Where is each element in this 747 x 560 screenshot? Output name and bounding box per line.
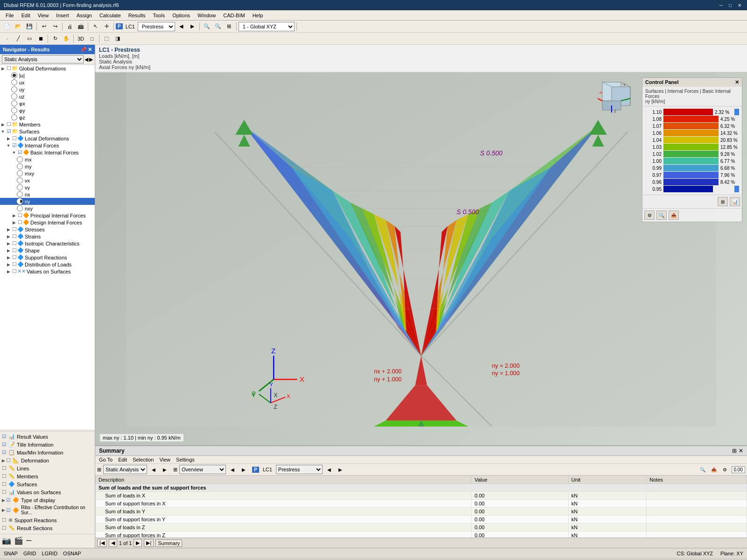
tree-item-phiz[interactable]: φz — [0, 114, 95, 121]
menu-results[interactable]: Results — [125, 12, 149, 19]
cb-result-values[interactable]: ☑ — [2, 434, 7, 440]
nav-next[interactable]: ▶ — [89, 56, 93, 63]
cb-global-deformations[interactable]: ☐ — [6, 65, 12, 71]
bl-members-bl[interactable]: ☐ 📏 Members — [0, 472, 95, 480]
bl-result-sections[interactable]: ☐ 📏 Result Sections — [0, 524, 95, 532]
radio-uz[interactable] — [11, 93, 17, 99]
status-grid[interactable]: GRID — [23, 551, 36, 556]
footer-last[interactable]: ▶| — [144, 539, 154, 547]
expand-internal-forces[interactable]: ▼ — [6, 143, 11, 148]
cb-surfaces-bl[interactable]: ☐ — [2, 481, 7, 487]
coord-select[interactable]: 1 - Global XYZ — [239, 22, 295, 31]
tree-item-nx[interactable]: nx — [0, 191, 95, 198]
tb-new[interactable]: 📄 — [2, 21, 12, 32]
cb-type-of-display[interactable]: ☑ — [6, 497, 11, 503]
radio-mx[interactable] — [17, 156, 23, 162]
menu-insert[interactable]: Insert — [52, 12, 73, 19]
expand-distribution[interactable]: ▶ — [6, 262, 11, 267]
radio-vx[interactable] — [17, 177, 23, 183]
footer-summary-tab[interactable]: Summary — [155, 539, 182, 547]
tree-item-uz[interactable]: uz — [0, 93, 95, 100]
bl-values-on-surfaces-bl[interactable]: ☐ 📊 Values on Surfaces — [0, 488, 95, 496]
status-snap[interactable]: SNAP — [4, 551, 18, 556]
tree-item-vy[interactable]: vy — [0, 184, 95, 191]
bl-result-values[interactable]: ☑ 📊 Result Values — [0, 433, 95, 441]
tree-item-vx[interactable]: vx — [0, 177, 95, 184]
tree-item-support-reactions[interactable]: ▶ ☐ 🔷 Support Reactions — [0, 254, 95, 261]
cb-members-bl[interactable]: ☐ — [2, 473, 7, 479]
footer-first[interactable]: |◀ — [97, 539, 107, 547]
cb-stresses[interactable]: ☐ — [11, 226, 17, 232]
bl-lines[interactable]: ☐ 📏 Lines — [0, 464, 95, 472]
cb-strains[interactable]: ☐ — [11, 233, 17, 239]
analysis-select[interactable]: Static Analysis — [2, 55, 84, 63]
bl-title-information[interactable]: ☑ 📝 Title Information — [0, 441, 95, 448]
summary-float-icon[interactable]: ⊞ — [732, 448, 737, 454]
cb-internal-forces[interactable]: ☑ — [11, 142, 17, 148]
tree-item-internal-forces[interactable]: ▼ ☑ 🔷 Internal Forces — [0, 142, 95, 149]
lc-select[interactable]: Prestress — [138, 22, 175, 31]
status-lgrid[interactable]: LGRID — [42, 551, 57, 556]
tb-fit[interactable]: ⊞ — [224, 21, 234, 32]
summary-close-icon[interactable]: ✕ — [739, 448, 743, 454]
cp-export-btn[interactable]: 📤 — [669, 210, 679, 220]
summary-menu-goto[interactable]: Go To — [99, 457, 113, 462]
maximize-button[interactable]: □ — [726, 1, 734, 9]
cp-filter-btn[interactable]: 🔍 — [656, 210, 667, 220]
tree-item-local-deformations[interactable]: ▶ ☐ 🔷 Local Deformations — [0, 135, 95, 142]
tb-next-lc[interactable]: ▶ — [187, 21, 197, 32]
status-osnap[interactable]: OSNAP — [63, 551, 81, 556]
cb-title-information[interactable]: ☑ — [2, 441, 7, 448]
tb-open[interactable]: 📂 — [13, 21, 23, 32]
menu-view[interactable]: View — [34, 12, 53, 19]
summary-export[interactable]: 📤 — [709, 465, 719, 474]
cube-navigator[interactable]: -X Y Z — [598, 77, 635, 115]
summary-lc-prev[interactable]: ◀ — [324, 465, 334, 474]
summary-next[interactable]: ▶ — [160, 465, 169, 474]
menu-calculate[interactable]: Calculate — [96, 12, 125, 19]
summary-lc-next[interactable]: ▶ — [336, 465, 345, 474]
menu-options[interactable]: Options — [169, 12, 194, 19]
lc-select-summary[interactable]: Prestress — [276, 465, 323, 474]
cb-ribs[interactable]: ☑ — [6, 507, 11, 513]
tree-item-phix[interactable]: φx — [0, 100, 95, 107]
expand-local-deformations[interactable]: ▶ — [6, 136, 11, 141]
nav-prev[interactable]: ◀ — [85, 56, 88, 63]
footer-next[interactable]: ▶ — [134, 539, 142, 547]
radio-vy[interactable] — [17, 184, 23, 190]
menu-window[interactable]: Window — [194, 12, 219, 19]
expand-global-deformations[interactable]: ▶ — [0, 66, 6, 71]
canvas-area[interactable]: -X Y Z Control Panel ✕ — [95, 73, 747, 445]
cb-lines[interactable]: ☐ — [2, 465, 7, 471]
cb-principal[interactable]: ☐ — [17, 212, 23, 218]
cb-support-reactions-bl[interactable]: ☐ — [2, 517, 7, 523]
camera-icon[interactable]: 📷 — [2, 536, 11, 545]
cp-chart-btn[interactable]: 📊 — [730, 197, 740, 206]
tree-item-my[interactable]: my — [0, 163, 95, 170]
radio-uy[interactable] — [11, 86, 17, 92]
bl-ribs[interactable]: ▶ ☑ 🔶 Ribs - Effective Contribution on S… — [0, 504, 95, 516]
menu-assign[interactable]: Assign — [73, 12, 96, 19]
radio-phiz[interactable] — [11, 114, 17, 120]
expand-design[interactable]: ▶ — [11, 220, 17, 225]
expand-basic-internal-forces[interactable]: ▼ — [11, 150, 17, 155]
expand-members[interactable]: ▶ — [0, 122, 6, 127]
radio-phix[interactable] — [11, 100, 17, 106]
tb-redo[interactable]: ↪ — [50, 21, 60, 32]
expand-deformation[interactable]: ▶ — [2, 458, 5, 463]
summary-filter[interactable]: 🔍 — [698, 465, 707, 474]
expand-isotropic[interactable]: ▶ — [6, 241, 11, 246]
summary-settings-btn[interactable]: ⚙ — [720, 465, 730, 474]
tb-render[interactable]: ◨ — [113, 34, 123, 44]
summary-view-next[interactable]: ▶ — [239, 465, 248, 474]
radio-ny[interactable] — [17, 198, 23, 204]
cp-settings-btn[interactable]: ⚙ — [644, 210, 655, 220]
cb-values-on-surfaces-bl[interactable]: ☐ — [2, 489, 7, 495]
bl-type-of-display[interactable]: ▶ ☑ 🔶 Type of display — [0, 496, 95, 504]
cb-basic-internal-forces[interactable]: ☑ — [17, 149, 23, 155]
footer-prev[interactable]: ◀ — [109, 539, 117, 547]
view-select-summary[interactable]: Overview — [179, 465, 226, 474]
expand-values[interactable]: ▶ — [6, 269, 11, 274]
expand-type-of-display[interactable]: ▶ — [2, 498, 5, 503]
cb-shape[interactable]: ☐ — [11, 247, 17, 253]
